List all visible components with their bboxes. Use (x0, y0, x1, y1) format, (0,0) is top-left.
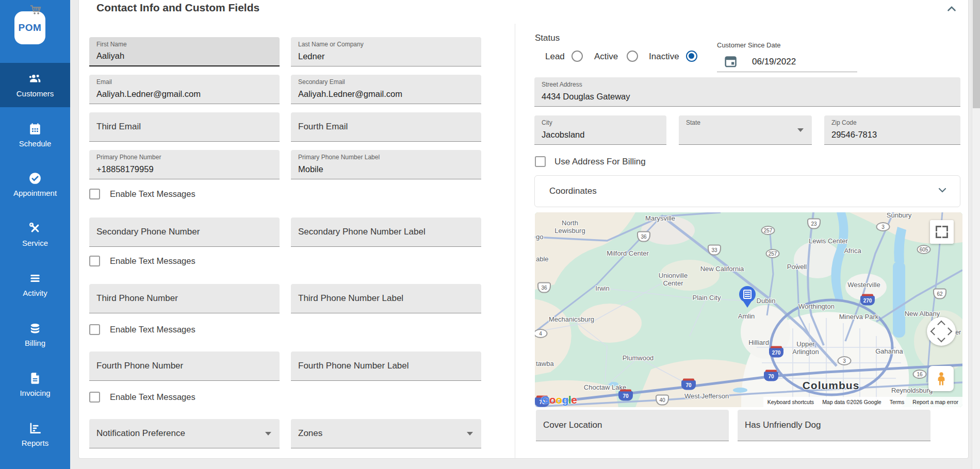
field-label: Primary Phone Number Label (298, 154, 380, 161)
map-label: Irwin (595, 284, 609, 292)
fullscreen-button[interactable] (930, 220, 954, 244)
pegman-button[interactable] (928, 366, 954, 391)
secondary-email-field[interactable]: Secondary Email Aaliyah.Ledner@gmail.com (291, 75, 481, 104)
sidebar-item-label: Service (22, 239, 48, 247)
page-title: Contact Info and Custom Fields (96, 2, 259, 14)
vertical-scrollbar[interactable] (972, 0, 980, 469)
map-label-columbus: Columbus (803, 379, 860, 392)
sidebar-item-label: Reports (22, 439, 49, 447)
secondary-phone-field[interactable]: Secondary Phone Number (89, 217, 280, 247)
third-email-field[interactable]: Third Email (89, 112, 280, 142)
email-field[interactable]: Email Aaliyah.Ledner@gmail.com (89, 75, 280, 104)
first-name-field[interactable]: First Name Aaliyah (89, 37, 280, 66)
field-value: +18858179959 (96, 164, 154, 174)
enable-text-messages-checkbox-3[interactable] (89, 324, 100, 335)
sidebar-item-customers[interactable]: Customers (0, 63, 70, 107)
logo-text: POM (19, 22, 42, 34)
calendar-icon (28, 122, 42, 136)
coordinates-expander[interactable]: Coordinates (534, 175, 960, 207)
map-label: West Jefferson (684, 392, 729, 400)
map-label: New California (700, 265, 744, 273)
field-placeholder: Secondary Phone Number (96, 227, 200, 237)
field-value: Mobile (298, 164, 323, 174)
route-shield-us: 62 (933, 289, 946, 299)
primary-phone-label-field[interactable]: Primary Phone Number Label Mobile (291, 150, 481, 179)
map-label: Lewis Center (809, 237, 848, 245)
active-radio[interactable] (627, 51, 638, 62)
chevron-down-icon (265, 432, 271, 435)
keyboard-shortcuts-link[interactable]: Keyboard shortcuts (767, 399, 814, 405)
street-address-field[interactable]: Street Address 4434 Douglas Gateway (534, 77, 960, 107)
field-value: Jacobsland (542, 130, 584, 140)
sidebar-item-invoicing[interactable]: Invoicing (0, 362, 70, 407)
terms-link[interactable]: Terms (890, 399, 905, 405)
notification-preference-select[interactable]: Notification Preference (89, 419, 280, 448)
enable-text-messages-label: Enable Text Messages (110, 188, 195, 199)
secondary-phone-label-field[interactable]: Secondary Phone Number Label (291, 217, 481, 247)
report-map-error-link[interactable]: Report a map error (912, 399, 958, 405)
fourth-phone-label-field[interactable]: Fourth Phone Number Label (291, 351, 481, 381)
map-label: Worthington (798, 303, 835, 310)
sidebar-item-schedule[interactable]: Schedule (0, 113, 70, 157)
coordinates-label: Coordinates (549, 186, 597, 196)
status-label: Status (535, 33, 560, 43)
sidebar-item-appointment[interactable]: Appointment (0, 162, 70, 207)
enable-text-messages-checkbox-4[interactable] (89, 392, 100, 403)
google-logo[interactable]: Google (541, 394, 577, 406)
customer-since-date-input[interactable]: 06/19/2022 (752, 57, 796, 67)
enable-text-messages-checkbox-1[interactable] (89, 189, 100, 199)
radio-label-active: Active (594, 50, 618, 63)
tools-icon (28, 222, 42, 235)
map-label: able (536, 255, 549, 263)
fourth-email-field[interactable]: Fourth Email (291, 112, 481, 142)
third-phone-label-field[interactable]: Third Phone Number Label (291, 284, 481, 313)
third-phone-field[interactable]: Third Phone Number (89, 284, 280, 313)
sidebar-item-billing[interactable]: Billing (0, 312, 70, 357)
inactive-radio[interactable] (686, 51, 697, 62)
has-unfriendly-dog-field[interactable]: Has Unfriendly Dog (738, 410, 930, 441)
calendar-date-icon[interactable] (723, 54, 738, 70)
pan-control[interactable] (927, 317, 956, 346)
lead-radio[interactable] (571, 51, 583, 62)
chevron-down-icon (467, 432, 473, 435)
primary-phone-field[interactable]: Primary Phone Number +18858179959 (89, 150, 280, 179)
field-value: 29546-7813 (831, 130, 877, 140)
collapse-section-button[interactable] (945, 2, 958, 15)
chart-icon (28, 422, 42, 435)
last-name-field[interactable]: Last Name or Company Ledner (291, 37, 481, 66)
route-shield-interstate: 70 (764, 372, 778, 381)
enable-text-messages-checkbox-2[interactable] (89, 256, 100, 266)
map-data-text: Map data ©2026 Google (822, 399, 881, 405)
map-attribution: Keyboard shortcuts Map data ©2026 Google… (763, 397, 962, 407)
location-marker-pin[interactable] (739, 286, 756, 313)
route-shield-us: 23 (807, 219, 821, 229)
field-label: First Name (96, 41, 127, 48)
map-label: Dublin (757, 297, 776, 305)
fourth-phone-field[interactable]: Fourth Phone Number (89, 351, 280, 381)
customer-detail-page: POM Customers Schedule Appoin (0, 0, 980, 469)
route-shield-state: 3 (838, 356, 852, 365)
field-label: Zip Code (831, 119, 857, 126)
sidebar-item-activity[interactable]: Activity (0, 262, 70, 307)
sidebar-item-service[interactable]: Service (0, 212, 70, 257)
zones-select[interactable]: Zones (291, 419, 481, 448)
field-placeholder: Third Phone Number (96, 293, 178, 304)
city-field[interactable]: City Jacobsland (534, 115, 666, 145)
sidebar-item-reports[interactable]: Reports (0, 412, 70, 457)
google-map[interactable]: North Lewisburg Marysville go Milford Ce… (535, 212, 962, 407)
field-value: Aaliyah.Ledner@gmail.com (96, 89, 201, 99)
field-value: Ledner (298, 52, 324, 61)
field-placeholder: Zones (298, 428, 322, 439)
enable-text-messages-label: Enable Text Messages (110, 255, 195, 266)
use-address-for-billing-checkbox[interactable] (535, 156, 546, 167)
route-shield-us: 40 (656, 395, 669, 406)
map-label: Sunbury (887, 212, 911, 219)
field-placeholder: Third Email (96, 122, 141, 132)
field-value: Aaliyah.Ledner@gmail.com (298, 89, 402, 99)
state-select[interactable]: State (679, 115, 812, 145)
scrollbar-thumb[interactable] (973, 0, 980, 108)
map-label: Plumwood (623, 354, 654, 362)
cover-location-field[interactable]: Cover Location (536, 410, 729, 441)
zip-code-field[interactable]: Zip Code 29546-7813 (824, 115, 960, 145)
field-placeholder: Fourth Phone Number Label (298, 361, 409, 371)
